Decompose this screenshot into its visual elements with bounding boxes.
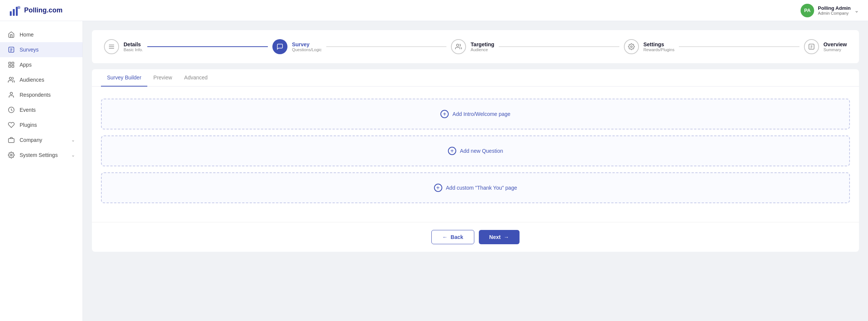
home-icon [8, 31, 15, 38]
wizard-step-details[interactable]: Details Basic Info. [104, 39, 143, 54]
svg-rect-10 [9, 65, 11, 67]
step-icon-overview [804, 39, 819, 54]
svg-point-12 [9, 77, 12, 79]
app-layout: Home Surveys Apps Audiences [0, 21, 868, 321]
system-settings-icon [8, 151, 15, 159]
next-arrow-icon: → [504, 234, 509, 240]
company-expand-icon: ⌄ [71, 137, 75, 143]
add-thankyou-section[interactable]: + Add custom "Thank You" page [101, 172, 850, 203]
add-question-icon: + [448, 147, 456, 155]
survey-builder-card: Survey Builder Preview Advanced + Add In… [92, 69, 859, 252]
sidebar-item-home[interactable]: Home [0, 27, 83, 42]
plugins-icon [8, 121, 15, 129]
step-title-survey: Survey [292, 41, 322, 47]
step-subtitle-settings: Rewards/Plugins [643, 47, 675, 52]
tab-preview[interactable]: Preview [147, 69, 178, 87]
user-avatar: PA [801, 4, 814, 17]
connector-1 [147, 46, 268, 47]
user-menu[interactable]: PA Polling Admin Admin Company ⌄ [801, 4, 859, 17]
tab-advanced[interactable]: Advanced [178, 69, 214, 87]
connector-2 [326, 46, 447, 47]
step-title-settings: Settings [643, 41, 675, 47]
step-title-details: Details [124, 41, 143, 47]
add-question-label: Add new Question [460, 148, 503, 154]
surveys-icon [8, 46, 15, 53]
user-info: Polling Admin Admin Company [818, 5, 851, 15]
svg-rect-9 [12, 62, 14, 64]
sidebar-item-system-settings[interactable]: System Settings ⌄ [0, 148, 83, 163]
sidebar-item-company[interactable]: Company ⌄ [0, 132, 83, 148]
user-company: Admin Company [818, 11, 851, 15]
sidebar-item-plugins[interactable]: Plugins [0, 117, 83, 132]
tab-survey-builder[interactable]: Survey Builder [101, 69, 147, 87]
back-label: Back [451, 234, 463, 240]
builder-content: + Add Intro/Welcome page + Add new Quest… [92, 87, 859, 222]
add-question-section[interactable]: + Add new Question [101, 135, 850, 166]
sidebar-label-home: Home [20, 32, 75, 38]
sidebar-label-events: Events [20, 107, 75, 113]
wizard-step-overview[interactable]: Overview Summary [804, 39, 847, 54]
sidebar-label-apps: Apps [20, 62, 75, 68]
back-arrow-icon: ← [442, 234, 448, 240]
step-icon-survey [272, 39, 287, 54]
svg-rect-0 [10, 11, 12, 16]
sidebar-label-audiences: Audiences [20, 77, 75, 83]
step-subtitle-targeting: Audience [471, 47, 494, 52]
add-intro-label: Add Intro/Welcome page [452, 111, 510, 117]
svg-point-3 [17, 6, 20, 9]
svg-rect-15 [9, 138, 14, 143]
add-question-content: + Add new Question [448, 147, 503, 155]
next-button[interactable]: Next → [479, 230, 520, 244]
sidebar-label-surveys: Surveys [20, 47, 75, 53]
logo-icon [9, 5, 21, 17]
connector-4 [679, 46, 799, 47]
events-icon [8, 106, 15, 114]
svg-point-20 [457, 44, 459, 46]
system-settings-expand-icon: ⌄ [71, 152, 75, 158]
tabs-header: Survey Builder Preview Advanced [92, 69, 859, 87]
add-thankyou-content: + Add custom "Thank You" page [434, 184, 517, 192]
sidebar-label-respondents: Respondents [20, 92, 75, 98]
sidebar-item-apps[interactable]: Apps [0, 57, 83, 72]
wizard-steps: Details Basic Info. Survey Questions/Log… [104, 39, 847, 54]
wizard-steps-card: Details Basic Info. Survey Questions/Log… [92, 30, 859, 63]
step-icon-details [104, 39, 119, 54]
user-chevron-icon: ⌄ [854, 8, 859, 14]
add-intro-section[interactable]: + Add Intro/Welcome page [101, 99, 850, 129]
wizard-step-survey[interactable]: Survey Questions/Logic [272, 39, 322, 54]
sidebar-item-respondents[interactable]: Respondents [0, 87, 83, 102]
sidebar-item-audiences[interactable]: Audiences [0, 72, 83, 87]
svg-point-13 [10, 92, 12, 94]
company-icon [8, 136, 15, 144]
step-icon-settings [624, 39, 639, 54]
top-header: Polling.com PA Polling Admin Admin Compa… [0, 0, 868, 21]
svg-rect-11 [12, 65, 14, 67]
logo[interactable]: Polling.com [9, 5, 63, 17]
step-title-overview: Overview [824, 41, 847, 47]
svg-rect-8 [9, 62, 11, 64]
add-intro-content: + Add Intro/Welcome page [440, 110, 510, 118]
connector-3 [499, 46, 619, 47]
builder-footer: ← Back Next → [92, 222, 859, 252]
svg-rect-2 [16, 7, 18, 16]
sidebar-item-events[interactable]: Events [0, 102, 83, 117]
respondents-icon [8, 91, 15, 99]
add-intro-icon: + [440, 110, 449, 118]
svg-point-21 [630, 46, 632, 48]
next-label: Next [489, 234, 501, 240]
audiences-icon [8, 76, 15, 84]
logo-text: Polling.com [24, 6, 63, 14]
sidebar-item-surveys[interactable]: Surveys [0, 42, 83, 57]
apps-icon [8, 61, 15, 68]
step-subtitle-survey: Questions/Logic [292, 47, 322, 52]
wizard-step-targeting[interactable]: Targeting Audience [451, 39, 494, 54]
sidebar-label-company: Company [20, 137, 67, 143]
sidebar-label-system-settings: System Settings [20, 152, 67, 158]
back-button[interactable]: ← Back [431, 230, 474, 244]
sidebar: Home Surveys Apps Audiences [0, 21, 83, 321]
wizard-step-settings[interactable]: Settings Rewards/Plugins [624, 39, 675, 54]
main-content: Details Basic Info. Survey Questions/Log… [83, 21, 868, 321]
user-name: Polling Admin [818, 5, 851, 11]
add-thankyou-label: Add custom "Thank You" page [446, 185, 517, 191]
add-thankyou-icon: + [434, 184, 442, 192]
